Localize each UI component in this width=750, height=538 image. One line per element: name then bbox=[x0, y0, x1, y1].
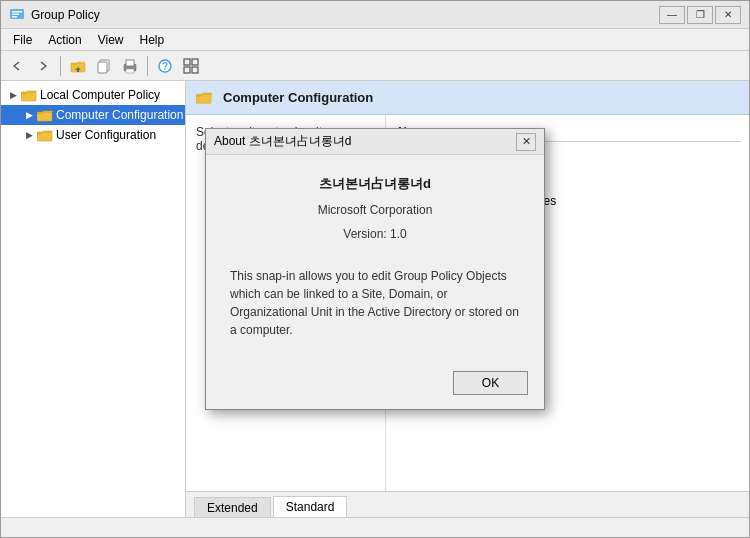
modal-footer: OK bbox=[206, 363, 544, 409]
modal-title-bar: About 츠녀본녀占녀롱녀d ✕ bbox=[206, 129, 544, 155]
modal-content: 츠녀본녀占녀롱녀d Microsoft Corporation Version:… bbox=[206, 155, 544, 363]
modal-product-name: 츠녀본녀占녀롱녀d bbox=[230, 175, 520, 193]
modal-version: Version: 1.0 bbox=[230, 227, 520, 241]
modal-title: About 츠녀본녀占녀롱녀d bbox=[214, 133, 351, 150]
about-modal: About 츠녀본녀占녀롱녀d ✕ 츠녀본녀占녀롱녀d Microsoft Co… bbox=[205, 128, 545, 410]
modal-overlay: About 츠녀본녀占녀롱녀d ✕ 츠녀본녀占녀롱녀d Microsoft Co… bbox=[0, 0, 750, 538]
modal-description: This snap-in allows you to edit Group Po… bbox=[230, 259, 520, 347]
modal-close-button[interactable]: ✕ bbox=[516, 133, 536, 151]
modal-corporation: Microsoft Corporation bbox=[230, 203, 520, 217]
modal-ok-button[interactable]: OK bbox=[453, 371, 528, 395]
